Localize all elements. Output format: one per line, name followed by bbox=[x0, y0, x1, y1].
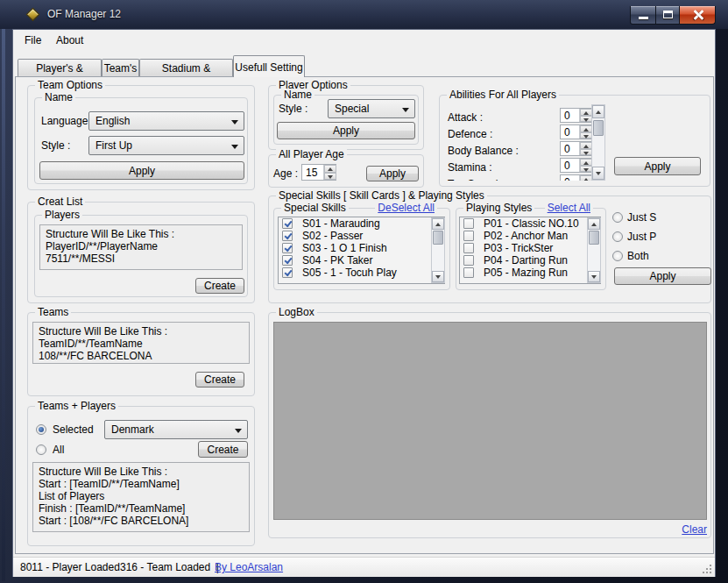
chevron-down-icon[interactable] bbox=[399, 101, 413, 117]
scroll-down-icon[interactable] bbox=[432, 271, 444, 282]
chevron-down-icon[interactable] bbox=[231, 422, 246, 437]
list-item[interactable]: P02 - Anchor Man bbox=[460, 230, 600, 242]
players-create-button[interactable]: Create bbox=[195, 278, 244, 294]
checkbox-checked[interactable] bbox=[282, 267, 293, 278]
stepper-value: 0 bbox=[564, 143, 570, 155]
group-title: Teams + Players bbox=[35, 400, 118, 412]
scroll-up-icon[interactable] bbox=[432, 218, 444, 230]
teams-players-create-button[interactable]: Create bbox=[198, 441, 248, 458]
list-item[interactable]: S05 - 1 - Tocuh Play bbox=[279, 267, 444, 279]
checkbox-checked[interactable] bbox=[282, 243, 293, 253]
chevron-down-icon[interactable] bbox=[228, 113, 243, 129]
scrollbar-thumb[interactable] bbox=[593, 120, 604, 136]
spin-up-icon[interactable] bbox=[580, 142, 592, 149]
menu-file[interactable]: File bbox=[25, 34, 41, 46]
spin-down-icon[interactable] bbox=[324, 173, 336, 181]
abilities-apply-button[interactable]: Apply bbox=[614, 157, 701, 175]
app-icon bbox=[26, 8, 40, 22]
title-bar[interactable]: OF Manager 12 bbox=[0, 0, 728, 29]
all-radio[interactable] bbox=[36, 444, 46, 455]
spin-down-icon[interactable] bbox=[580, 116, 592, 123]
deselect-all-link[interactable]: DeSelect All bbox=[375, 202, 437, 214]
resize-grip[interactable] bbox=[710, 572, 711, 573]
scroll-down-icon[interactable] bbox=[588, 271, 600, 282]
spin-up-icon[interactable] bbox=[580, 109, 592, 116]
checkbox-unchecked[interactable] bbox=[463, 255, 474, 266]
list-item[interactable]: S02 - Passer bbox=[279, 230, 444, 242]
country-combobox[interactable]: Denmark bbox=[104, 420, 248, 439]
checkbox-checked[interactable] bbox=[282, 218, 293, 229]
scrollbar-thumb[interactable] bbox=[433, 231, 443, 245]
checkbox-unchecked[interactable] bbox=[463, 218, 474, 229]
close-button[interactable] bbox=[679, 6, 716, 25]
list-item[interactable]: S04 - PK Taker bbox=[279, 254, 444, 267]
player-style-combobox[interactable]: Special bbox=[328, 99, 415, 118]
checkbox-unchecked[interactable] bbox=[463, 231, 474, 241]
both-label: Both bbox=[627, 250, 649, 262]
client-area: File About Player's & Transfer Team's St… bbox=[12, 29, 716, 577]
spin-up-icon[interactable] bbox=[580, 125, 592, 132]
stepper-value: 0 bbox=[564, 160, 570, 172]
list-item[interactable]: P05 - Mazing Run bbox=[460, 267, 600, 279]
both-radio[interactable] bbox=[612, 251, 623, 261]
tab-usefull-setting[interactable]: Usefull Setting bbox=[233, 55, 305, 77]
list-item[interactable]: S03 - 1 O 1 Finish bbox=[279, 242, 444, 254]
menu-about[interactable]: About bbox=[56, 34, 83, 46]
checkbox-unchecked[interactable] bbox=[463, 267, 474, 278]
group-title: Abilities For All Players bbox=[447, 89, 559, 101]
selected-radio[interactable] bbox=[36, 424, 46, 435]
all-radio-label: All bbox=[53, 444, 64, 456]
tab-players-transfer[interactable]: Player's & Transfer bbox=[18, 59, 102, 77]
spin-down-icon[interactable] bbox=[580, 132, 592, 139]
abilities-scrollbar[interactable] bbox=[591, 104, 605, 181]
stepper-buttons bbox=[323, 165, 336, 180]
ability-stepper-body-balance[interactable]: 0 bbox=[560, 141, 592, 156]
teams-create-button[interactable]: Create bbox=[195, 372, 244, 387]
ability-stepper-stamina[interactable]: 0 bbox=[560, 158, 592, 173]
language-label: Language : bbox=[41, 115, 94, 127]
select-all-link[interactable]: Select All bbox=[545, 202, 593, 214]
chevron-down-icon[interactable] bbox=[228, 138, 243, 153]
list-item[interactable]: P04 - Darting Run bbox=[460, 254, 600, 267]
ability-stepper-attack[interactable]: 0 bbox=[560, 108, 592, 123]
spin-up-icon[interactable] bbox=[580, 159, 592, 166]
group-title: Name bbox=[281, 89, 315, 101]
team-name-apply-button[interactable]: Apply bbox=[39, 161, 244, 180]
list-item[interactable]: P03 - TrickSter bbox=[460, 242, 600, 254]
playing-styles-list[interactable]: P01 - Classic NO.10 P02 - Anchor Man P03… bbox=[459, 217, 601, 284]
playing-styles-scrollbar[interactable] bbox=[587, 217, 601, 283]
tab-stadium-leagues[interactable]: Stadium & League's bbox=[139, 59, 233, 77]
spin-up-icon[interactable] bbox=[324, 165, 336, 173]
text-line: TeamID/**/TeamName bbox=[39, 338, 244, 350]
just-s-radio[interactable] bbox=[612, 212, 623, 223]
player-name-apply-button[interactable]: Apply bbox=[277, 122, 415, 139]
ability-stepper-top-speed[interactable]: 0 bbox=[560, 174, 592, 181]
checkbox-checked[interactable] bbox=[282, 255, 293, 266]
age-apply-button[interactable]: Apply bbox=[366, 166, 419, 181]
scrollbar-thumb[interactable] bbox=[589, 231, 599, 245]
spin-down-icon[interactable] bbox=[580, 166, 592, 173]
team-style-combobox[interactable]: First Up bbox=[88, 136, 244, 155]
credit-link[interactable]: By LeoArsalan bbox=[215, 561, 283, 573]
group-title: Name bbox=[42, 91, 75, 103]
age-stepper[interactable]: 15 bbox=[301, 164, 336, 181]
scroll-down-icon[interactable] bbox=[592, 167, 604, 180]
skills-apply-button[interactable]: Apply bbox=[614, 267, 711, 285]
special-skills-list[interactable]: S01 - Marauding S02 - Passer S03 - 1 O 1… bbox=[278, 217, 445, 284]
list-item[interactable]: S01 - Marauding bbox=[279, 217, 444, 230]
scroll-up-icon[interactable] bbox=[588, 218, 600, 230]
scroll-up-icon[interactable] bbox=[592, 105, 604, 118]
clear-link[interactable]: Clear bbox=[649, 523, 707, 536]
list-item[interactable]: P01 - Classic NO.10 bbox=[460, 217, 600, 230]
just-p-radio[interactable] bbox=[612, 231, 623, 242]
special-skills-scrollbar[interactable] bbox=[431, 217, 445, 283]
language-combobox[interactable]: English bbox=[88, 111, 244, 131]
tab-teams[interactable]: Team's bbox=[102, 59, 139, 77]
spin-up-icon[interactable] bbox=[580, 175, 592, 181]
maximize-button[interactable] bbox=[655, 6, 680, 25]
ability-stepper-defence[interactable]: 0 bbox=[560, 124, 592, 139]
spin-down-icon[interactable] bbox=[580, 149, 592, 156]
checkbox-checked[interactable] bbox=[282, 231, 293, 241]
minimize-button[interactable] bbox=[630, 6, 656, 25]
checkbox-unchecked[interactable] bbox=[463, 243, 474, 253]
